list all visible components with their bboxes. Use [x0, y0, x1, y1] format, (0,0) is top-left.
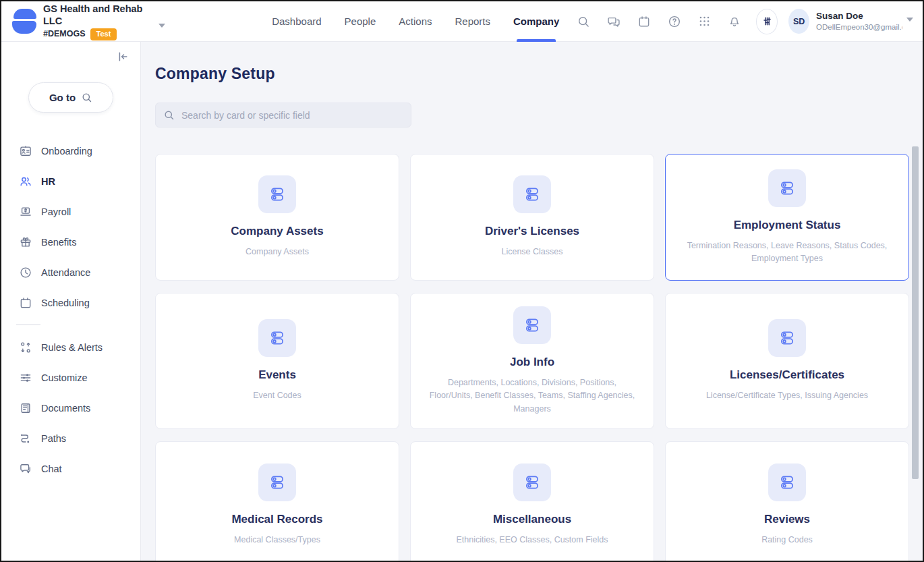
vertical-scrollbar[interactable] — [912, 146, 919, 479]
card-subtitle: Rating Codes — [761, 534, 813, 546]
sidebar-item-paths[interactable]: Paths — [1, 423, 140, 453]
nav-dashboard[interactable]: Dashboard — [272, 1, 321, 41]
swap-arrows-icon — [19, 341, 32, 354]
sidebar-menu: Onboarding HR Payroll Benefits Attendanc… — [1, 136, 140, 484]
search-icon — [81, 92, 92, 103]
nav-company-label: Company — [513, 16, 559, 27]
apps-grid-icon[interactable] — [698, 15, 711, 28]
card-company-assets[interactable]: Company Assets Company Assets — [155, 154, 399, 281]
hub-settings-button[interactable] — [756, 9, 778, 34]
card-medical-records[interactable]: Medical Records Medical Classes/Types — [155, 441, 399, 561]
company-selector[interactable]: GS Health and Rehab LLC #DEMOGS Test — [43, 3, 144, 40]
card-reviews[interactable]: Reviews Rating Codes — [665, 441, 909, 561]
sidebar-divider — [16, 325, 40, 325]
sidebar: Go to Onboarding HR Payroll B — [1, 42, 141, 561]
sidebar-item-label: HR — [41, 176, 55, 187]
sidebar-item-rules-alerts[interactable]: Rules & Alerts — [1, 332, 140, 362]
payroll-icon — [19, 205, 32, 219]
card-title: Licenses/Certificates — [730, 368, 844, 382]
nav-company[interactable]: Company — [513, 1, 559, 41]
sidebar-item-documents[interactable]: Documents — [1, 393, 140, 423]
card-events[interactable]: Events Event Codes — [155, 293, 399, 429]
nav-actions[interactable]: Actions — [399, 1, 432, 41]
collapse-sidebar-icon[interactable] — [116, 50, 129, 63]
messages-icon[interactable] — [607, 15, 620, 28]
card-subtitle: Departments, Locations, Divisions, Posit… — [428, 376, 636, 416]
sidebar-item-label: Paths — [41, 433, 66, 444]
nav-people[interactable]: People — [345, 1, 376, 41]
card-title: Events — [258, 368, 296, 382]
card-title: Driver's Licenses — [485, 225, 579, 238]
test-badge: Test — [90, 28, 117, 40]
goto-search-button[interactable]: Go to — [28, 82, 113, 113]
bell-icon[interactable] — [728, 15, 741, 28]
sidebar-item-hr[interactable]: HR — [1, 166, 140, 196]
sliders-icon — [19, 371, 32, 385]
card-subtitle: Event Codes — [253, 389, 301, 402]
card-miscellaneous[interactable]: Miscellaneous Ethnicities, EEO Classes, … — [410, 441, 654, 561]
sidebar-item-customize[interactable]: Customize — [1, 362, 140, 393]
toggles-icon — [513, 463, 551, 501]
sidebar-item-label: Scheduling — [41, 298, 90, 308]
toggles-icon — [258, 175, 296, 213]
card-search-input[interactable] — [155, 103, 411, 128]
card-title: Reviews — [764, 513, 810, 526]
top-header: GS Health and Rehab LLC #DEMOGS Test Das… — [1, 1, 923, 42]
sidebar-item-label: Chat — [41, 463, 62, 474]
user-menu[interactable]: Susan Doe ODellEmpeon30@gmail.co — [816, 10, 902, 32]
setup-card-grid: Company Assets Company Assets Driver's L… — [155, 154, 909, 561]
goto-label: Go to — [49, 92, 76, 103]
chevron-down-icon[interactable] — [158, 24, 165, 28]
search-icon — [163, 109, 175, 121]
sidebar-item-label: Attendance — [41, 267, 90, 278]
chevron-down-icon[interactable] — [906, 18, 913, 22]
card-licenses-certificates[interactable]: Licenses/Certificates License/Certificat… — [665, 293, 909, 429]
card-title: Job Info — [510, 356, 554, 369]
toggles-icon — [768, 463, 806, 501]
sidebar-item-onboarding[interactable]: Onboarding — [1, 136, 140, 166]
card-subtitle: Company Assets — [246, 246, 309, 258]
card-subtitle: Medical Classes/Types — [234, 534, 320, 546]
card-subtitle: Termination Reasons, Leave Reasons, Stat… — [683, 240, 891, 266]
clock-icon — [19, 266, 32, 279]
header-icon-group — [577, 15, 741, 28]
sidebar-item-label: Onboarding — [41, 146, 92, 157]
chat-bubble-icon — [19, 462, 32, 476]
sidebar-item-label: Benefits — [41, 237, 76, 248]
help-icon[interactable] — [668, 15, 681, 28]
toggles-icon — [768, 319, 806, 357]
card-job-info[interactable]: Job Info Departments, Locations, Divisio… — [410, 293, 654, 429]
company-name: GS Health and Rehab LLC — [43, 3, 144, 27]
gift-icon — [19, 235, 32, 249]
sidebar-item-label: Documents — [41, 403, 90, 414]
card-title: Medical Records — [231, 513, 322, 526]
card-subtitle: License Classes — [501, 246, 562, 258]
card-subtitle: License/Certificate Types, Issuing Agenc… — [706, 389, 868, 402]
card-search — [155, 103, 411, 128]
sidebar-item-attendance[interactable]: Attendance — [1, 257, 140, 287]
search-icon[interactable] — [577, 15, 590, 28]
toggles-icon — [258, 319, 296, 357]
company-code: #DEMOGS — [43, 29, 86, 40]
sidebar-item-label: Customize — [41, 372, 88, 383]
sidebar-item-scheduling[interactable]: Scheduling — [1, 287, 140, 318]
document-icon — [19, 401, 32, 415]
toggles-icon — [513, 175, 551, 213]
card-title: Miscellaneous — [493, 513, 571, 526]
avatar[interactable]: SD — [788, 9, 809, 34]
app-window: GS Health and Rehab LLC #DEMOGS Test Das… — [0, 0, 924, 562]
sidebar-item-benefits[interactable]: Benefits — [1, 227, 140, 257]
card-title: Company Assets — [231, 225, 323, 238]
calendar-icon[interactable] — [637, 15, 651, 28]
people-icon — [19, 175, 32, 188]
calendar-icon — [19, 296, 32, 310]
card-subtitle: Ethnicities, EEO Classes, Custom Fields — [456, 534, 608, 546]
sidebar-item-chat[interactable]: Chat — [1, 453, 140, 484]
card-employment-status[interactable]: Employment Status Termination Reasons, L… — [665, 154, 909, 281]
card-drivers-licenses[interactable]: Driver's Licenses License Classes — [410, 154, 654, 281]
sidebar-item-payroll[interactable]: Payroll — [1, 196, 140, 227]
empeon-logo-icon[interactable] — [12, 9, 36, 34]
nav-reports[interactable]: Reports — [455, 1, 491, 41]
user-email: ODellEmpeon30@gmail.co — [816, 22, 902, 32]
sidebar-item-label: Rules & Alerts — [41, 342, 103, 353]
